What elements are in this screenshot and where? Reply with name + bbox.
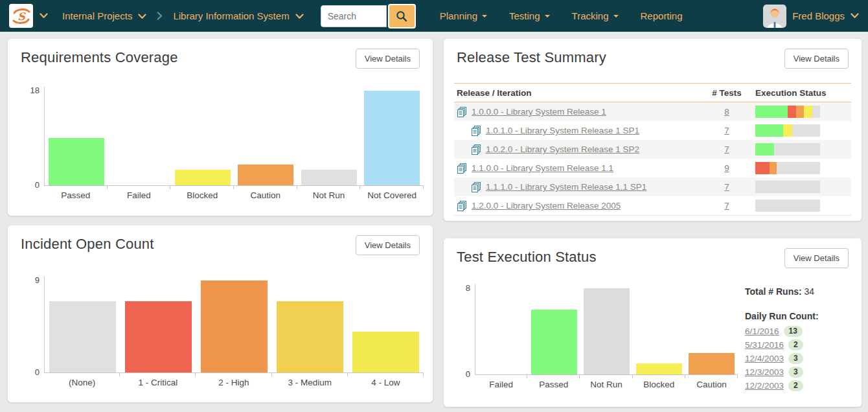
release-icon (457, 201, 467, 211)
daily-run-row: 12/3/20033 (745, 365, 855, 379)
daily-run-count-list: 6/1/2016135/31/2016212/4/2003312/3/20033… (745, 325, 855, 393)
bar-2-high (201, 280, 268, 372)
daily-run-date-link[interactable]: 12/4/2003 (745, 354, 784, 363)
x-tick-label: 1 - Critical (120, 373, 196, 387)
release-link[interactable]: 1.1.0.0 - Library System Release 1.1 (472, 163, 613, 173)
view-details-button[interactable]: View Details (356, 235, 420, 255)
status-segment-notrun (812, 106, 821, 118)
status-segment-passed (755, 143, 774, 155)
bar-slot (108, 91, 172, 185)
daily-run-count-badge: 2 (788, 339, 803, 350)
col-execution-status: Execution Status (748, 88, 851, 98)
project-selector[interactable]: Library Information System (173, 10, 303, 21)
bar-not-run (584, 288, 630, 374)
col-release-iteration: Release / Iteration (454, 88, 706, 98)
daily-run-count-badge: 3 (788, 367, 803, 378)
x-axis-labels: FailedPassedNot RunBlockedCaution (475, 374, 738, 389)
view-details-button[interactable]: View Details (356, 49, 420, 69)
nav-planning[interactable]: Planning (429, 10, 498, 21)
bar-slot (297, 91, 361, 185)
release-table-header: Release / Iteration # Tests Execution St… (454, 83, 851, 102)
app-logo[interactable]: S (9, 4, 33, 28)
bar-slot (45, 280, 120, 372)
bar-slot (171, 91, 234, 185)
daily-run-date-link[interactable]: 6/1/2016 (745, 326, 779, 336)
release-link[interactable]: 1.1.1.0 - Library System Release 1.1 SP1 (486, 182, 646, 192)
release-table-row: 1.1.1.0 - Library System Release 1.1 SP1… (454, 177, 851, 196)
project-group-selector[interactable]: Internal Projects (62, 10, 146, 21)
status-segment-notrun (755, 200, 820, 212)
user-menu[interactable]: Fred Bloggs (763, 5, 859, 28)
main-menu: Planning Testing Tracking Reporting (429, 10, 694, 21)
view-details-button[interactable]: View Details (784, 248, 849, 268)
test-count-link[interactable]: 9 (724, 163, 729, 173)
svg-text:S: S (17, 10, 26, 23)
test-execution-status-panel: Test Execution Status View Details 80Fai… (444, 238, 862, 407)
release-table-row: 1.1.0.0 - Library System Release 1.19 (454, 159, 851, 177)
release-link[interactable]: 1.0.0.0 - Library System Release 1 (472, 107, 606, 117)
release-table-row: 1.0.1.0 - Library System Release 1 SP17 (454, 121, 851, 140)
release-table-body: 1.0.0.0 - Library System Release 181.0.1… (454, 102, 851, 216)
bar-slot (234, 91, 298, 185)
bar-slot (685, 288, 738, 374)
total-runs-label: Total # Runs: (745, 286, 802, 297)
project-group-label: Internal Projects (62, 10, 132, 21)
test-count-link[interactable]: 7 (724, 201, 729, 211)
release-link[interactable]: 1.2.0.0 - Library System Release 2005 (472, 201, 621, 211)
nav-reporting[interactable]: Reporting (630, 10, 694, 21)
daily-run-row: 5/31/20162 (745, 338, 855, 352)
daily-run-row: 12/4/20033 (745, 352, 855, 365)
daily-run-date-link[interactable]: 12/2/2003 (745, 381, 784, 391)
daily-run-date-link[interactable]: 12/3/2003 (745, 367, 784, 377)
x-tick-label: Blocked (633, 375, 685, 389)
x-tick-label: Not Covered (360, 186, 424, 200)
release-table-row: 1.2.0.0 - Library System Release 20057 (454, 196, 851, 215)
x-tick-label: Passed (527, 375, 580, 389)
requirements-coverage-chart: 180PassedFailedBlockedCautionNot RunNot … (22, 91, 424, 200)
test-count-link[interactable]: 8 (724, 107, 729, 117)
x-tick-label: Caution (234, 186, 297, 200)
execution-status-bar (755, 162, 820, 174)
incident-open-count-panel: Incident Open Count View Details 90(None… (8, 225, 433, 402)
search-bar (321, 4, 416, 29)
release-test-summary-panel: Release Test Summary View Details Releas… (444, 39, 862, 221)
bar-slot (361, 91, 424, 185)
bar-slot (272, 280, 348, 372)
execution-status-bar (755, 106, 820, 118)
search-icon (396, 10, 407, 22)
status-segment-caution (770, 162, 777, 174)
chevron-down-icon (295, 10, 304, 21)
release-test-table: Release / Iteration # Tests Execution St… (454, 83, 851, 216)
view-details-button[interactable]: View Details (784, 49, 849, 69)
search-button[interactable] (388, 4, 416, 29)
daily-run-date-link[interactable]: 5/31/2016 (745, 340, 784, 350)
caret-down-icon (545, 15, 550, 20)
execution-summary-info: Total # Runs: 34 Daily Run Count: 6/1/20… (745, 286, 855, 393)
y-axis-zero-label: 0 (23, 180, 40, 190)
release-link[interactable]: 1.0.2.0 - Library System Release 1 SP2 (486, 144, 639, 154)
chevron-down-icon[interactable] (40, 13, 48, 19)
nav-tracking[interactable]: Tracking (561, 10, 630, 21)
release-icon (471, 126, 481, 136)
x-tick-label: Failed (475, 375, 527, 389)
x-tick-label: Failed (108, 186, 171, 200)
test-count-link[interactable]: 7 (724, 182, 729, 192)
x-tick-label: Passed (44, 186, 108, 200)
chevron-down-icon (851, 13, 859, 19)
x-axis-labels: (None)1 - Critical2 - High3 - Medium4 - … (44, 372, 424, 387)
release-table-row: 1.0.2.0 - Library System Release 1 SP27 (454, 140, 851, 159)
search-input[interactable] (321, 5, 387, 27)
daily-run-count-badge: 13 (784, 326, 803, 337)
bar-blocked (636, 363, 682, 374)
bar-slot (633, 288, 685, 374)
execution-status-bar (755, 200, 820, 212)
release-link[interactable]: 1.0.1.0 - Library System Release 1 SP1 (486, 126, 639, 135)
y-axis-zero-label: 0 (23, 367, 40, 377)
panel-title: Incident Open Count (21, 236, 154, 253)
status-segment-notrun (792, 124, 820, 137)
test-count-link[interactable]: 7 (724, 144, 729, 154)
test-count-link[interactable]: 7 (724, 126, 729, 135)
nav-testing[interactable]: Testing (498, 10, 561, 21)
bar-slot (120, 280, 196, 372)
x-tick-label: Not Run (580, 375, 632, 389)
